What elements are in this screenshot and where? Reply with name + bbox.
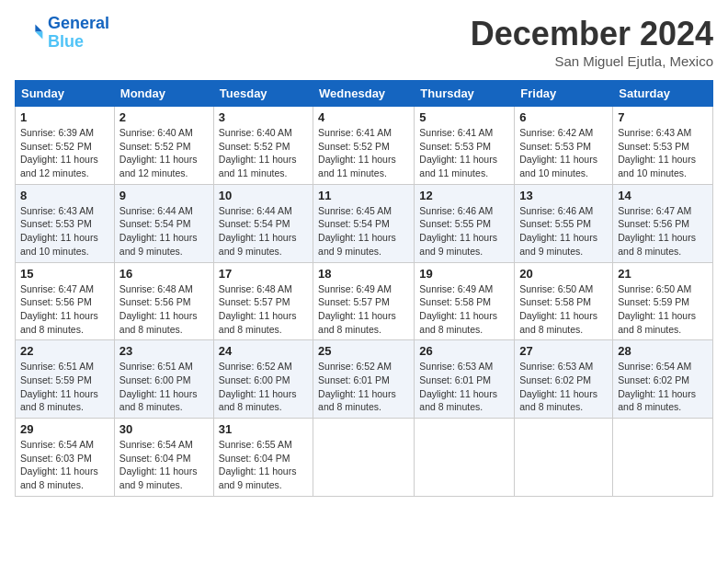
- calendar-week-4: 22Sunrise: 6:51 AMSunset: 5:59 PMDayligh…: [16, 340, 713, 419]
- day-number: 24: [219, 344, 308, 358]
- calendar-cell: [313, 419, 415, 497]
- day-number: 16: [119, 267, 209, 281]
- calendar-cell: 1Sunrise: 6:39 AMSunset: 5:52 PMDaylight…: [16, 107, 115, 185]
- day-number: 31: [219, 422, 308, 436]
- month-title: December 2024: [471, 15, 713, 53]
- day-number: 3: [219, 110, 308, 124]
- calendar-cell: 14Sunrise: 6:47 AMSunset: 5:56 PMDayligh…: [613, 184, 713, 262]
- day-info: Sunrise: 6:46 AMSunset: 5:55 PMDaylight:…: [519, 204, 608, 259]
- calendar-cell: 22Sunrise: 6:51 AMSunset: 5:59 PMDayligh…: [16, 340, 115, 419]
- calendar-cell: 9Sunrise: 6:44 AMSunset: 5:54 PMDaylight…: [114, 184, 213, 262]
- calendar-cell: 10Sunrise: 6:44 AMSunset: 5:54 PMDayligh…: [213, 184, 313, 262]
- day-number: 27: [519, 344, 608, 358]
- weekday-header-friday: Friday: [515, 81, 613, 107]
- calendar-cell: 25Sunrise: 6:52 AMSunset: 6:01 PMDayligh…: [313, 340, 415, 419]
- day-number: 28: [618, 344, 708, 358]
- calendar-cell: 31Sunrise: 6:55 AMSunset: 6:04 PMDayligh…: [213, 419, 313, 497]
- calendar-cell: 12Sunrise: 6:46 AMSunset: 5:55 PMDayligh…: [415, 184, 515, 262]
- day-number: 18: [318, 267, 409, 281]
- page-header: General Blue December 2024 San Miguel Ej…: [15, 15, 713, 69]
- day-info: Sunrise: 6:43 AMSunset: 5:53 PMDaylight:…: [20, 204, 109, 259]
- day-info: Sunrise: 6:41 AMSunset: 5:52 PMDaylight:…: [318, 126, 409, 180]
- day-number: 29: [20, 422, 109, 436]
- day-number: 21: [618, 267, 708, 281]
- day-number: 25: [318, 344, 409, 358]
- day-number: 13: [519, 189, 608, 202]
- day-info: Sunrise: 6:39 AMSunset: 5:52 PMDaylight:…: [20, 126, 109, 180]
- day-info: Sunrise: 6:44 AMSunset: 5:54 PMDaylight:…: [219, 204, 308, 259]
- calendar-cell: 26Sunrise: 6:53 AMSunset: 6:01 PMDayligh…: [415, 340, 515, 419]
- calendar-cell: 19Sunrise: 6:49 AMSunset: 5:58 PMDayligh…: [415, 262, 515, 340]
- weekday-header-wednesday: Wednesday: [313, 81, 415, 107]
- day-number: 10: [219, 189, 308, 202]
- calendar-cell: 23Sunrise: 6:51 AMSunset: 6:00 PMDayligh…: [114, 340, 213, 419]
- calendar-week-3: 15Sunrise: 6:47 AMSunset: 5:56 PMDayligh…: [16, 262, 713, 340]
- calendar-cell: 20Sunrise: 6:50 AMSunset: 5:58 PMDayligh…: [515, 262, 613, 340]
- weekday-header-saturday: Saturday: [613, 81, 713, 107]
- calendar-cell: 29Sunrise: 6:54 AMSunset: 6:03 PMDayligh…: [16, 419, 115, 497]
- svg-marker-0: [35, 24, 42, 31]
- weekday-header-thursday: Thursday: [415, 81, 515, 107]
- calendar-cell: 8Sunrise: 6:43 AMSunset: 5:53 PMDaylight…: [16, 184, 115, 262]
- day-number: 12: [419, 189, 509, 202]
- day-info: Sunrise: 6:47 AMSunset: 5:56 PMDaylight:…: [618, 204, 708, 259]
- logo-text: General Blue: [48, 15, 109, 52]
- calendar-cell: 18Sunrise: 6:49 AMSunset: 5:57 PMDayligh…: [313, 262, 415, 340]
- day-info: Sunrise: 6:52 AMSunset: 6:00 PMDaylight:…: [219, 360, 308, 414]
- day-info: Sunrise: 6:52 AMSunset: 6:01 PMDaylight:…: [318, 360, 409, 414]
- day-info: Sunrise: 6:48 AMSunset: 5:57 PMDaylight:…: [219, 282, 308, 337]
- calendar-cell: 27Sunrise: 6:53 AMSunset: 6:02 PMDayligh…: [515, 340, 613, 419]
- day-info: Sunrise: 6:40 AMSunset: 5:52 PMDaylight:…: [119, 126, 209, 180]
- day-number: 5: [419, 110, 509, 124]
- calendar-cell: 4Sunrise: 6:41 AMSunset: 5:52 PMDaylight…: [313, 107, 415, 185]
- title-block: December 2024 San Miguel Ejutla, Mexico: [471, 15, 713, 69]
- logo-icon: [15, 18, 44, 48]
- day-info: Sunrise: 6:49 AMSunset: 5:57 PMDaylight:…: [318, 282, 409, 337]
- day-number: 26: [419, 344, 509, 358]
- day-number: 23: [119, 344, 209, 358]
- logo: General Blue: [15, 15, 109, 52]
- svg-marker-1: [35, 31, 42, 39]
- day-number: 11: [318, 189, 409, 202]
- calendar-cell: 7Sunrise: 6:43 AMSunset: 5:53 PMDaylight…: [613, 107, 713, 185]
- calendar-cell: 5Sunrise: 6:41 AMSunset: 5:53 PMDaylight…: [415, 107, 515, 185]
- day-info: Sunrise: 6:54 AMSunset: 6:02 PMDaylight:…: [618, 360, 708, 414]
- day-info: Sunrise: 6:46 AMSunset: 5:55 PMDaylight:…: [419, 204, 509, 259]
- calendar-cell: 24Sunrise: 6:52 AMSunset: 6:00 PMDayligh…: [213, 340, 313, 419]
- day-info: Sunrise: 6:41 AMSunset: 5:53 PMDaylight:…: [419, 126, 509, 180]
- calendar-cell: 11Sunrise: 6:45 AMSunset: 5:54 PMDayligh…: [313, 184, 415, 262]
- calendar-week-5: 29Sunrise: 6:54 AMSunset: 6:03 PMDayligh…: [16, 419, 713, 497]
- calendar-cell: 28Sunrise: 6:54 AMSunset: 6:02 PMDayligh…: [613, 340, 713, 419]
- day-info: Sunrise: 6:42 AMSunset: 5:53 PMDaylight:…: [519, 126, 608, 180]
- day-number: 14: [618, 189, 708, 202]
- day-number: 6: [519, 110, 608, 124]
- day-info: Sunrise: 6:40 AMSunset: 5:52 PMDaylight:…: [219, 126, 308, 180]
- day-info: Sunrise: 6:50 AMSunset: 5:58 PMDaylight:…: [519, 282, 608, 337]
- day-number: 4: [318, 110, 409, 124]
- day-number: 9: [119, 189, 209, 202]
- day-number: 15: [20, 267, 109, 281]
- day-info: Sunrise: 6:48 AMSunset: 5:56 PMDaylight:…: [119, 282, 209, 337]
- day-number: 19: [419, 267, 509, 281]
- calendar-header: SundayMondayTuesdayWednesdayThursdayFrid…: [16, 81, 713, 107]
- calendar-cell: [515, 419, 613, 497]
- weekday-header-sunday: Sunday: [16, 81, 115, 107]
- calendar-cell: 16Sunrise: 6:48 AMSunset: 5:56 PMDayligh…: [114, 262, 213, 340]
- calendar-cell: 30Sunrise: 6:54 AMSunset: 6:04 PMDayligh…: [114, 419, 213, 497]
- day-info: Sunrise: 6:53 AMSunset: 6:01 PMDaylight:…: [419, 360, 509, 414]
- day-info: Sunrise: 6:51 AMSunset: 6:00 PMDaylight:…: [119, 360, 209, 414]
- day-number: 2: [119, 110, 209, 124]
- day-number: 1: [20, 110, 109, 124]
- location-subtitle: San Miguel Ejutla, Mexico: [471, 53, 713, 69]
- day-info: Sunrise: 6:43 AMSunset: 5:53 PMDaylight:…: [618, 126, 708, 180]
- day-number: 17: [219, 267, 308, 281]
- weekday-header-tuesday: Tuesday: [213, 81, 313, 107]
- calendar-cell: 17Sunrise: 6:48 AMSunset: 5:57 PMDayligh…: [213, 262, 313, 340]
- day-number: 30: [119, 422, 209, 436]
- calendar-cell: 3Sunrise: 6:40 AMSunset: 5:52 PMDaylight…: [213, 107, 313, 185]
- day-info: Sunrise: 6:51 AMSunset: 5:59 PMDaylight:…: [20, 360, 109, 414]
- day-info: Sunrise: 6:44 AMSunset: 5:54 PMDaylight:…: [119, 204, 209, 259]
- day-info: Sunrise: 6:55 AMSunset: 6:04 PMDaylight:…: [219, 438, 308, 492]
- calendar-cell: 2Sunrise: 6:40 AMSunset: 5:52 PMDaylight…: [114, 107, 213, 185]
- calendar-cell: 13Sunrise: 6:46 AMSunset: 5:55 PMDayligh…: [515, 184, 613, 262]
